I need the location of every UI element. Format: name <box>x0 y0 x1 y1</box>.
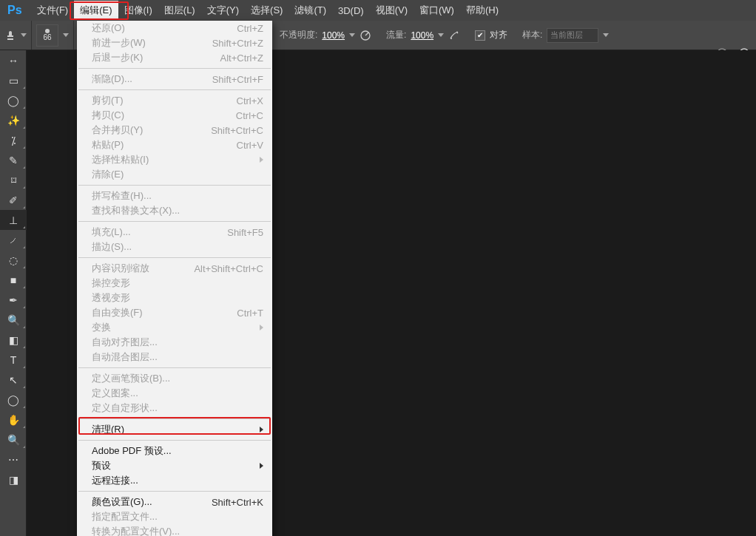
crop-icon: ⁒ <box>11 135 16 146</box>
align-checkbox[interactable] <box>475 30 485 41</box>
menu-item: 内容识别缩放Alt+Shift+Ctrl+C <box>77 261 272 276</box>
menu-item: 剪切(T)Ctrl+X <box>77 93 272 108</box>
menu-shortcut: Shift+F5 <box>227 227 263 238</box>
flow-value[interactable]: 100% <box>411 30 433 41</box>
tool-brush[interactable]: ✐ <box>0 190 27 210</box>
align-label: 对齐 <box>490 29 507 41</box>
menu-item: 操控变形 <box>77 276 272 291</box>
menu-item-label: 拼写检查(H)... <box>92 189 152 203</box>
edit-menu-dropdown: 还原(O)Ctrl+Z前进一步(W)Shift+Ctrl+Z后退一步(K)Alt… <box>77 21 272 536</box>
sample-value: 当前图层 <box>550 30 583 41</box>
menu-3d[interactable]: 3D(D) <box>332 2 370 19</box>
tool-type[interactable]: T <box>0 350 27 370</box>
menu-item[interactable]: 颜色设置(G)...Shift+Ctrl+K <box>77 495 272 509</box>
menu-help[interactable]: 帮助(H) <box>460 1 504 20</box>
sample-dropdown[interactable]: 当前图层 <box>547 28 598 43</box>
menu-item: 定义自定形状... <box>77 401 272 415</box>
tool-shape[interactable]: ◯ <box>0 390 27 410</box>
menu-image[interactable]: 图像(I) <box>118 1 158 20</box>
menu-item: 自由变换(F)Ctrl+T <box>77 305 272 320</box>
chevron-down-icon <box>21 33 27 37</box>
menu-item: 自动对齐图层... <box>77 335 272 350</box>
tool-edit-toolbar[interactable]: ⋯ <box>0 450 27 469</box>
tool-clone-stamp[interactable]: ⊥ <box>0 210 27 230</box>
tool-lasso[interactable]: ◯ <box>0 90 27 110</box>
menu-item-label: 透视变形 <box>92 291 130 305</box>
tool-magic-wand[interactable]: ✨ <box>0 110 27 130</box>
menu-item[interactable]: 远程连接... <box>77 473 272 488</box>
opacity-value[interactable]: 100% <box>322 30 345 41</box>
move-icon: ↔ <box>8 55 18 67</box>
menu-item[interactable]: Adobe PDF 预设... <box>77 444 272 458</box>
more-icon: ⋯ <box>8 454 18 466</box>
menu-window[interactable]: 窗口(W) <box>414 1 460 20</box>
menu-type[interactable]: 文字(Y) <box>201 1 245 20</box>
menu-item-label: 操控变形 <box>92 277 130 290</box>
chevron-down-icon[interactable] <box>349 33 355 37</box>
tool-zoom[interactable]: 🔍 <box>0 430 27 450</box>
menu-select[interactable]: 选择(S) <box>245 1 288 20</box>
menu-item-label: 清除(E) <box>92 168 124 181</box>
menu-item-label: 拷贝(C) <box>92 109 124 122</box>
tools-panel: ↔ ▭ ◯ ✨ ⁒ ✎ ⌑ ✐ ⊥ ⟋ ◌ ■ ✒ 🔍 ◧ T ↖ ◯ ✋ 🔍 … <box>0 50 27 536</box>
menu-item-label: 远程连接... <box>92 474 138 487</box>
tool-healing[interactable]: ⌑ <box>0 170 27 190</box>
opacity-label: 不透明度: <box>280 29 317 41</box>
sample-label: 样本: <box>522 29 542 41</box>
tool-blur[interactable]: ✒ <box>0 290 27 310</box>
chevron-down-icon[interactable] <box>603 33 609 37</box>
tool-hand[interactable]: ✋ <box>0 410 27 430</box>
zoom-icon: 🔍 <box>7 434 20 446</box>
menu-item: 渐隐(D)...Shift+Ctrl+F <box>77 72 272 86</box>
menu-item-label: 定义自定形状... <box>92 401 158 415</box>
menu-item: 定义图案... <box>77 386 272 401</box>
chevron-down-icon <box>63 33 69 37</box>
tool-dodge[interactable]: 🔍 <box>0 310 27 330</box>
tool-eraser[interactable]: ◌ <box>0 250 27 270</box>
menubar: Ps 文件(F) 编辑(E) 图像(I) 图层(L) 文字(Y) 选择(S) 滤… <box>0 0 756 21</box>
menu-item[interactable]: 清理(R) <box>77 422 272 437</box>
menu-item: 透视变形 <box>77 291 272 305</box>
tablet-pressure-opacity-icon[interactable] <box>360 30 371 41</box>
menu-separator <box>78 68 271 69</box>
menu-item: 拼写检查(H)... <box>77 189 272 203</box>
tool-path-select[interactable]: ↖ <box>0 370 27 390</box>
menu-item: 定义画笔预设(B)... <box>77 371 272 386</box>
menu-item: 选择性粘贴(I) <box>77 152 272 167</box>
submenu-arrow-icon <box>260 325 263 330</box>
menu-layer[interactable]: 图层(L) <box>158 1 201 20</box>
menu-shortcut: Alt+Shift+Ctrl+C <box>194 263 263 274</box>
shape-icon: ◯ <box>7 394 19 406</box>
history-brush-icon: ⟋ <box>8 234 18 246</box>
menu-separator <box>78 418 271 419</box>
menu-item-label: 指定配置文件... <box>92 510 158 523</box>
menu-view[interactable]: 视图(V) <box>370 1 414 20</box>
menu-file[interactable]: 文件(F) <box>31 1 75 20</box>
airbrush-icon[interactable] <box>448 30 460 41</box>
menu-item: 拷贝(C)Ctrl+C <box>77 108 272 123</box>
menu-item-label: 选择性粘贴(I) <box>92 153 149 166</box>
menu-item-label: 描边(S)... <box>92 240 132 254</box>
chevron-down-icon[interactable] <box>438 33 444 37</box>
tool-gradient[interactable]: ■ <box>0 270 27 290</box>
tool-preset[interactable] <box>0 21 32 50</box>
tool-marquee[interactable]: ▭ <box>0 70 27 90</box>
menu-item-label: 还原(O) <box>92 21 125 35</box>
menu-item-label: 定义画笔预设(B)... <box>92 372 170 385</box>
tool-crop[interactable]: ⁒ <box>0 130 27 150</box>
brush-picker[interactable]: 66 <box>32 21 74 50</box>
menu-item-label: 清理(R) <box>92 423 124 436</box>
tool-eyedropper[interactable]: ✎ <box>0 150 27 170</box>
menu-shortcut: Shift+Ctrl+C <box>211 125 263 136</box>
tool-pen[interactable]: ◧ <box>0 330 27 350</box>
menu-edit[interactable]: 编辑(E) <box>74 1 118 20</box>
menu-shortcut: Ctrl+X <box>237 95 263 106</box>
menu-filter[interactable]: 滤镜(T) <box>288 1 332 20</box>
tool-move[interactable]: ↔ <box>0 50 27 70</box>
menu-item[interactable]: 预设 <box>77 458 272 473</box>
menu-item-label: 内容识别缩放 <box>92 262 149 275</box>
tool-history-brush[interactable]: ⟋ <box>0 230 27 250</box>
tool-color-swap[interactable]: ◨ <box>0 469 27 489</box>
menu-shortcut: Shift+Ctrl+F <box>212 74 263 85</box>
menu-separator <box>78 89 271 90</box>
